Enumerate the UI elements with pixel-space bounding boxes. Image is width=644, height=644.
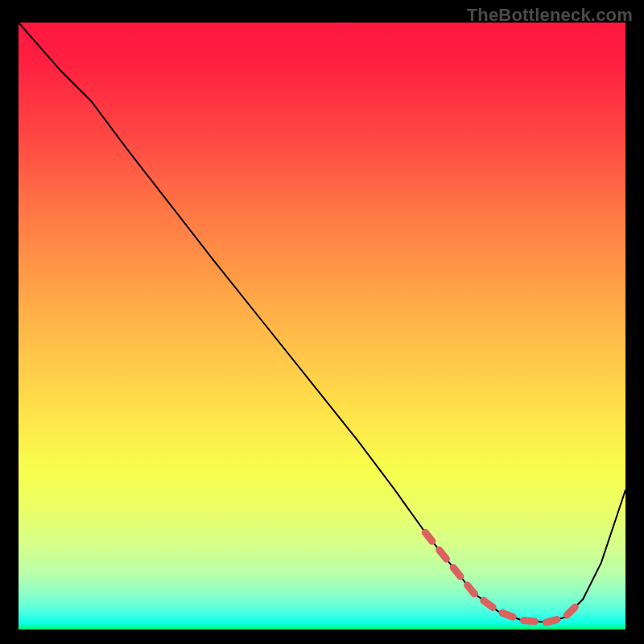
chart-frame: TheBottleneck.com [0,0,644,644]
watermark-text: TheBottleneck.com [467,5,633,26]
gradient-plot-area [19,23,625,630]
curve-svg [19,23,625,630]
optimal-zone-dash [425,532,577,622]
main-curve [19,23,625,622]
